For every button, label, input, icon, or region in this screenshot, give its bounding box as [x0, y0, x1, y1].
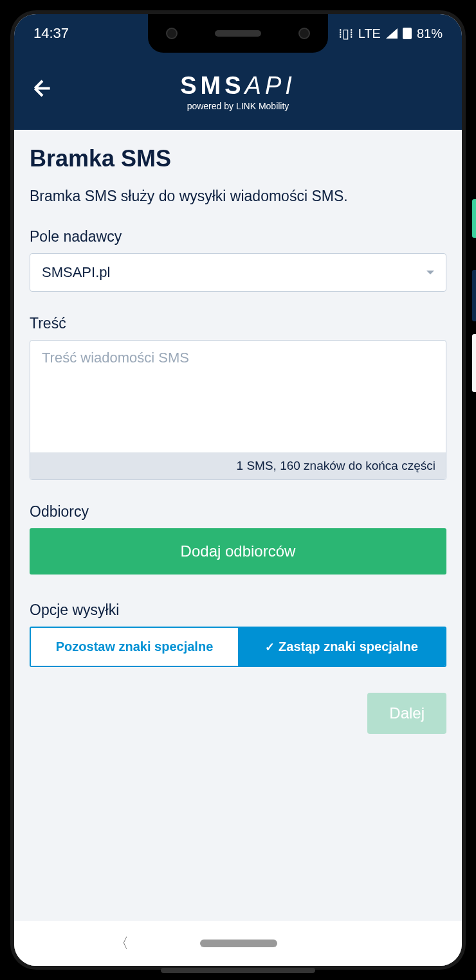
message-textarea[interactable] — [30, 341, 446, 450]
network-label: LTE — [358, 26, 381, 41]
phone-bezel: 14:37 ⁞▯⁞ LTE 81% SMSAPI powered — [10, 10, 466, 970]
toggle-label: Pozostaw znaki specjalne — [56, 639, 214, 654]
special-chars-toggle: Pozostaw znaki specjalne ✓ Zastąp znaki … — [30, 627, 446, 667]
message-label: Treść — [30, 315, 446, 332]
nav-back-button[interactable]: 〈 — [114, 934, 129, 953]
camera-icon — [298, 28, 310, 39]
page-title: Bramka SMS — [30, 145, 446, 172]
phone-screen: 14:37 ⁞▯⁞ LTE 81% SMSAPI powered — [14, 14, 462, 966]
battery-icon — [403, 28, 412, 39]
add-recipients-button[interactable]: Dodaj odbiorców — [30, 528, 446, 575]
vibrate-icon: ⁞▯⁞ — [338, 26, 353, 41]
check-icon: ✓ — [265, 640, 275, 654]
message-counter: 1 SMS, 160 znaków do końca części — [30, 452, 446, 479]
recipients-label: Odbiorcy — [30, 503, 446, 521]
nav-home-button[interactable] — [200, 940, 277, 947]
arrow-left-icon — [30, 76, 55, 102]
replace-special-chars-button[interactable]: ✓ Zastąp znaki specjalne — [238, 628, 445, 666]
battery-percent: 81% — [417, 26, 443, 41]
app-logo: SMSAPI powered by LINK Mobility — [30, 72, 446, 111]
logo-sub-text: powered by LINK Mobility — [187, 101, 289, 111]
home-indicator — [161, 968, 315, 973]
app-header: SMSAPI powered by LINK Mobility — [14, 53, 462, 130]
sender-select[interactable]: SMSAPI.pl — [30, 253, 446, 292]
back-button[interactable] — [30, 76, 55, 107]
message-field-wrap: 1 SMS, 160 znaków do końca części — [30, 340, 446, 480]
phone-frame: 14:37 ⁞▯⁞ LTE 81% SMSAPI powered — [0, 0, 476, 980]
logo-main-text: SMSAPI — [180, 72, 296, 100]
android-nav-bar: 〈 — [14, 921, 462, 966]
status-time: 14:37 — [33, 25, 136, 42]
speaker-icon — [215, 30, 261, 37]
sender-selected-value: SMSAPI.pl — [42, 264, 110, 281]
sender-label: Pole nadawcy — [30, 228, 446, 245]
status-indicators: ⁞▯⁞ LTE 81% — [314, 26, 443, 41]
signal-icon — [386, 28, 398, 39]
chevron-down-icon — [426, 271, 434, 274]
side-accent — [472, 334, 476, 392]
side-accent — [472, 199, 476, 238]
side-accent — [472, 270, 476, 321]
camera-icon — [166, 28, 178, 39]
next-button[interactable]: Dalej — [367, 693, 446, 734]
phone-notch — [148, 14, 328, 53]
toggle-label: Zastąp znaki specjalne — [279, 639, 418, 654]
options-label: Opcje wysyłki — [30, 601, 446, 619]
main-content: Bramka SMS Bramka SMS służy do wysyłki w… — [14, 130, 462, 708]
page-description: Bramka SMS służy do wysyłki wiadomości S… — [30, 188, 446, 205]
keep-special-chars-button[interactable]: Pozostaw znaki specjalne — [31, 628, 238, 666]
